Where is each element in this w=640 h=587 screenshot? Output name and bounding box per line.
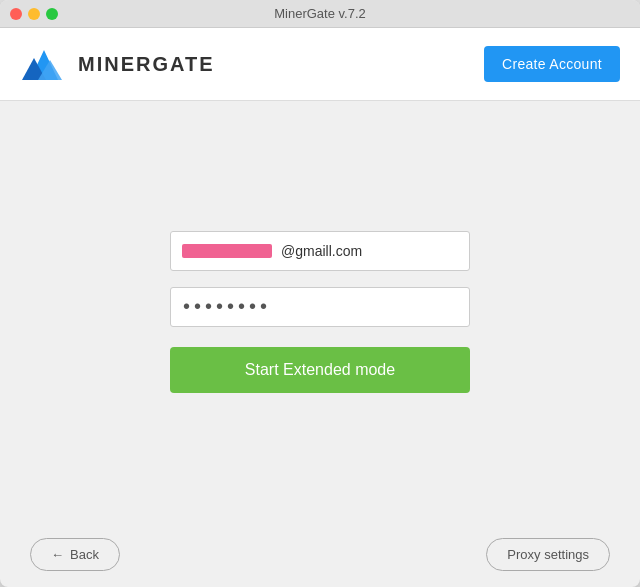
window-title: MinerGate v.7.2 <box>274 6 366 21</box>
email-wrapper: @gmaill.com <box>170 231 470 271</box>
maximize-button[interactable] <box>46 8 58 20</box>
title-bar: MinerGate v.7.2 <box>0 0 640 28</box>
app-header: MinerGate Create Account <box>0 28 640 101</box>
back-button[interactable]: ← Back <box>30 538 120 571</box>
footer: ← Back Proxy settings <box>0 522 640 587</box>
email-redact-overlay <box>182 244 272 258</box>
logo-text: MinerGate <box>78 53 215 76</box>
proxy-settings-button[interactable]: Proxy settings <box>486 538 610 571</box>
close-button[interactable] <box>10 8 22 20</box>
traffic-lights <box>10 8 58 20</box>
back-arrow-icon: ← <box>51 547 64 562</box>
start-extended-mode-button[interactable]: Start Extended mode <box>170 347 470 393</box>
back-label: Back <box>70 547 99 562</box>
form-area: @gmaill.com Start Extended mode <box>170 231 470 393</box>
logo-area: MinerGate <box>20 40 215 88</box>
app-window: MinerGate v.7.2 MinerGate Create Account… <box>0 0 640 587</box>
logo-icon <box>20 40 68 88</box>
create-account-button[interactable]: Create Account <box>484 46 620 82</box>
main-content: @gmaill.com Start Extended mode <box>0 101 640 522</box>
password-input[interactable] <box>170 287 470 327</box>
minimize-button[interactable] <box>28 8 40 20</box>
